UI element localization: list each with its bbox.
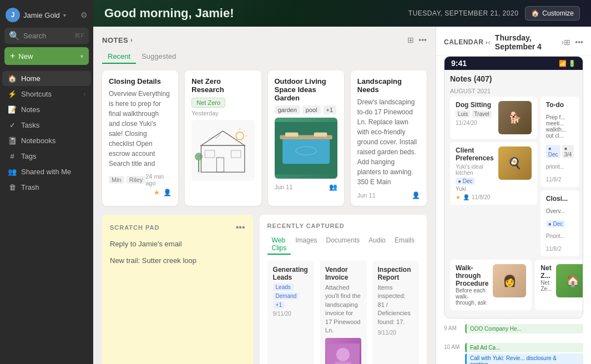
cal-event-ooo[interactable]: OOO Company He... (465, 324, 583, 333)
rc-card-leads[interactable]: Generating Leads Leads Demand +1 9/11/20 (267, 260, 314, 364)
nav-label: Trash (21, 183, 85, 191)
calendar-title: CALENDAR › (444, 38, 488, 46)
calendar-month: Thursday, September 4 (495, 33, 557, 51)
note-card-closing[interactable]: Closing Details Overview Everything is h… (102, 70, 178, 206)
rc-desc: Attached you'll find the landscaping inv… (325, 284, 361, 335)
widget-item-todo[interactable]: To-do Prep f... meeti... walkth... out c… (541, 97, 580, 187)
rc-photo (325, 338, 361, 364)
nwi-title: Dog Sitting (456, 101, 494, 109)
rc-grid: Generating Leads Leads Demand +1 9/11/20… (267, 260, 419, 364)
lightning-icon: ⚡ (8, 90, 17, 98)
cal-event-fall[interactable]: Fall Ad Ca... (465, 343, 583, 352)
widget-item-closing[interactable]: Closi... Overv... ● Dec Priorit... 11/8/… (541, 190, 580, 256)
note-title: Outdoor Living Space Ideas Garden (275, 77, 337, 102)
time-label: 9 AM (444, 324, 461, 331)
nwi-image: 🐕 (498, 101, 532, 134)
notes-more-icon[interactable]: ••• (418, 36, 427, 44)
phone-status-bar: 9:41 📶 🔋 (444, 57, 583, 70)
main-content: Good morning, Jamie! TUESDAY, SEPTEMBER … (93, 0, 591, 364)
author-tag: Min (109, 176, 124, 184)
nwi-content: Client Preferences Yuki's ideal kitchen … (456, 146, 494, 200)
user-menu[interactable]: J Jamie Gold ▾ (6, 8, 66, 22)
widget-col-right: To-do Prep f... meeti... walkth... out c… (541, 97, 580, 260)
subtitle: Yuki's ideal kitchen (456, 164, 494, 176)
sidebar-item-notebooks[interactable]: 📓 Notebooks (2, 133, 91, 148)
notes-grid-icon[interactable]: ⊞ (407, 36, 414, 44)
tag-travel: Travel (472, 110, 491, 118)
chevron-down-icon: ▾ (63, 12, 66, 18)
nwi-tags: ● Dec ● 3/4 (546, 145, 574, 158)
sidebar-item-trash[interactable]: 🗑 Trash (2, 180, 91, 195)
new-button[interactable]: + New ▾ (4, 47, 89, 65)
gear-icon[interactable]: ⚙ (80, 11, 88, 19)
note-card-landscaping[interactable]: Landscaping Needs Drew's landscaping to-… (351, 70, 427, 206)
cal-event-call[interactable]: Call with Yuki: Revie... disclosure & co… (465, 353, 583, 364)
note-card-netzero[interactable]: Net Zero Research Net Zero Yesterday (185, 70, 261, 206)
rc-tags: Leads Demand +1 (273, 284, 309, 309)
customize-button[interactable]: 🏠 Customize (525, 6, 580, 21)
tag-more: +1 (273, 301, 285, 309)
phone-icons: 📶 🔋 (559, 60, 576, 67)
nwi-tags: Luis Travel (456, 110, 494, 118)
tab-recent[interactable]: Recent (102, 50, 136, 64)
sidebar-item-shared[interactable]: 👥 Shared with Me (2, 164, 91, 179)
rc-title: Generating Leads (273, 266, 309, 281)
note-card-outdoor[interactable]: Outdoor Living Space Ideas Garden garden… (268, 70, 344, 206)
sidebar-item-tags[interactable]: # Tags (2, 149, 91, 164)
sidebar-item-shortcuts[interactable]: ⚡ Shortcuts › (2, 87, 91, 102)
svg-line-10 (244, 131, 245, 132)
sidebar-item-home[interactable]: 🏠 Home (2, 71, 91, 86)
nwi-meta: 11/8/2 (546, 176, 574, 183)
svg-rect-6 (231, 150, 241, 158)
plus-icon: + (10, 51, 15, 61)
period-label: AUGUST 2021 (450, 88, 577, 94)
nav-label: Shared with Me (21, 168, 85, 176)
subtitle: Before each walk-through, ask (456, 287, 488, 306)
search-shortcut: ⌘F (74, 32, 84, 39)
rc-card-invoice[interactable]: Vendor Invoice Attached you'll find the … (320, 260, 366, 364)
net-zero-tag: Net Zero (191, 98, 225, 108)
check-icon: ✓ (8, 121, 17, 129)
tab-documents[interactable]: Documents (322, 235, 365, 255)
nav-label: Notebooks (21, 136, 85, 145)
tab-webclips[interactable]: Web Clips (267, 235, 291, 255)
rc-card-inspection[interactable]: Inspection Report Items inspected: 81 / … (372, 260, 419, 364)
tab-audio[interactable]: Audio (364, 235, 390, 255)
svg-point-7 (236, 132, 244, 140)
widget-item-walkthrough[interactable]: Walk-through Procedure Before each walk-… (450, 260, 532, 310)
avatar: J (6, 8, 20, 22)
notes-tabs: Recent Suggested (102, 50, 427, 64)
rc-date: 9/11/20 (378, 330, 413, 336)
tab-images[interactable]: Images (291, 235, 321, 255)
priority: priorit... (546, 164, 574, 170)
time-label: 10 AM (444, 343, 461, 350)
cal-prev-button[interactable]: ‹ (488, 38, 491, 47)
sidebar-item-tasks[interactable]: ✓ Tasks (2, 118, 91, 133)
top-bar-right: TUESDAY, SEPTEMBER 21, 2020 🏠 Customize (408, 6, 580, 21)
svg-line-2 (209, 137, 214, 141)
widget-item-netzero2[interactable]: Net Z... Net Ze... 🏠 (535, 260, 583, 310)
date-display: TUESDAY, SEPTEMBER 21, 2020 (408, 9, 518, 17)
nwi-tags: ● Dec (546, 220, 574, 228)
tab-emails[interactable]: Emails (390, 235, 419, 255)
widget-item-client[interactable]: Client Preferences Yuki's ideal kitchen … (450, 142, 537, 205)
search-bar[interactable]: 🔍 Search ⌘F (4, 28, 89, 44)
tag-demand: Demand (273, 292, 300, 300)
sidebar-nav: 🏠 Home ⚡ Shortcuts › 📝 Notes ✓ Tasks 📓 N… (0, 69, 93, 196)
scratch-pad: SCRATCH PAD ••• Reply to Jamie's email N… (102, 215, 253, 364)
cal-expand-icon[interactable]: ⊞ (564, 38, 570, 47)
tab-suggested[interactable]: Suggested (136, 50, 181, 64)
scratch-more-icon[interactable]: ••• (236, 223, 245, 232)
search-label: Search (23, 32, 71, 40)
nwi-title: Closi... (546, 195, 574, 203)
nav-label: Home (21, 74, 85, 83)
cal-more-icon[interactable]: ••• (575, 38, 583, 47)
note-title: Closing Details (109, 77, 171, 85)
calendar-nav: ‹ Thursday, September 4 › (488, 33, 564, 51)
nwi-content: Walk-through Procedure Before each walk-… (456, 264, 488, 306)
nwi-meta: 11/24/20 (456, 120, 494, 126)
widget-item-dog[interactable]: Dog Sitting Luis Travel 11/24/20 🐕 (450, 97, 537, 139)
note-actions: ★ 👤 (109, 189, 171, 196)
note-date: Yesterday (191, 110, 254, 117)
sidebar-item-notes[interactable]: 📝 Notes (2, 102, 91, 117)
